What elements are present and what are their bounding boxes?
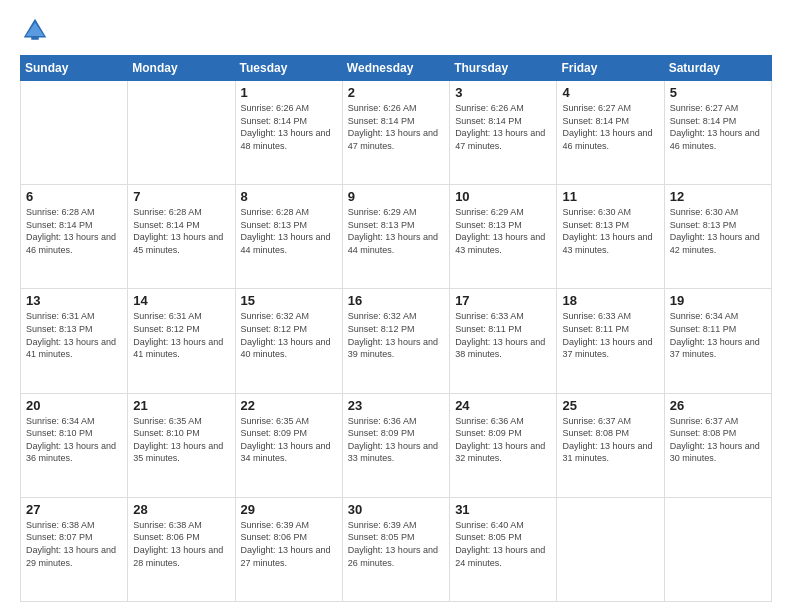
day-info: Sunrise: 6:35 AM Sunset: 8:10 PM Dayligh…	[133, 415, 229, 465]
day-number: 22	[241, 398, 337, 413]
day-info: Sunrise: 6:33 AM Sunset: 8:11 PM Dayligh…	[455, 310, 551, 360]
day-number: 5	[670, 85, 766, 100]
calendar-cell	[557, 497, 664, 601]
day-number: 13	[26, 293, 122, 308]
weekday-header: Thursday	[450, 56, 557, 81]
calendar-cell: 31Sunrise: 6:40 AM Sunset: 8:05 PM Dayli…	[450, 497, 557, 601]
day-info: Sunrise: 6:26 AM Sunset: 8:14 PM Dayligh…	[241, 102, 337, 152]
weekday-header: Monday	[128, 56, 235, 81]
calendar-cell: 14Sunrise: 6:31 AM Sunset: 8:12 PM Dayli…	[128, 289, 235, 393]
calendar-cell: 10Sunrise: 6:29 AM Sunset: 8:13 PM Dayli…	[450, 185, 557, 289]
weekday-header: Saturday	[664, 56, 771, 81]
day-info: Sunrise: 6:27 AM Sunset: 8:14 PM Dayligh…	[670, 102, 766, 152]
calendar-cell: 2Sunrise: 6:26 AM Sunset: 8:14 PM Daylig…	[342, 81, 449, 185]
calendar-cell: 5Sunrise: 6:27 AM Sunset: 8:14 PM Daylig…	[664, 81, 771, 185]
calendar-cell: 30Sunrise: 6:39 AM Sunset: 8:05 PM Dayli…	[342, 497, 449, 601]
calendar-body: 1Sunrise: 6:26 AM Sunset: 8:14 PM Daylig…	[21, 81, 772, 602]
calendar-cell	[21, 81, 128, 185]
day-number: 23	[348, 398, 444, 413]
calendar-cell	[128, 81, 235, 185]
weekday-header: Wednesday	[342, 56, 449, 81]
calendar-cell: 16Sunrise: 6:32 AM Sunset: 8:12 PM Dayli…	[342, 289, 449, 393]
day-number: 29	[241, 502, 337, 517]
day-info: Sunrise: 6:30 AM Sunset: 8:13 PM Dayligh…	[670, 206, 766, 256]
day-info: Sunrise: 6:39 AM Sunset: 8:05 PM Dayligh…	[348, 519, 444, 569]
day-number: 21	[133, 398, 229, 413]
day-number: 25	[562, 398, 658, 413]
calendar-cell: 28Sunrise: 6:38 AM Sunset: 8:06 PM Dayli…	[128, 497, 235, 601]
day-info: Sunrise: 6:26 AM Sunset: 8:14 PM Dayligh…	[348, 102, 444, 152]
day-number: 18	[562, 293, 658, 308]
header-row: SundayMondayTuesdayWednesdayThursdayFrid…	[21, 56, 772, 81]
day-number: 30	[348, 502, 444, 517]
day-info: Sunrise: 6:35 AM Sunset: 8:09 PM Dayligh…	[241, 415, 337, 465]
day-info: Sunrise: 6:26 AM Sunset: 8:14 PM Dayligh…	[455, 102, 551, 152]
calendar-week-row: 13Sunrise: 6:31 AM Sunset: 8:13 PM Dayli…	[21, 289, 772, 393]
day-number: 2	[348, 85, 444, 100]
day-number: 3	[455, 85, 551, 100]
day-info: Sunrise: 6:37 AM Sunset: 8:08 PM Dayligh…	[562, 415, 658, 465]
calendar-table: SundayMondayTuesdayWednesdayThursdayFrid…	[20, 55, 772, 602]
logo-icon	[20, 15, 50, 45]
day-number: 9	[348, 189, 444, 204]
day-info: Sunrise: 6:34 AM Sunset: 8:10 PM Dayligh…	[26, 415, 122, 465]
day-number: 14	[133, 293, 229, 308]
day-number: 15	[241, 293, 337, 308]
day-number: 20	[26, 398, 122, 413]
day-info: Sunrise: 6:28 AM Sunset: 8:14 PM Dayligh…	[133, 206, 229, 256]
day-number: 24	[455, 398, 551, 413]
day-number: 8	[241, 189, 337, 204]
calendar-cell: 1Sunrise: 6:26 AM Sunset: 8:14 PM Daylig…	[235, 81, 342, 185]
calendar-cell: 17Sunrise: 6:33 AM Sunset: 8:11 PM Dayli…	[450, 289, 557, 393]
weekday-header: Friday	[557, 56, 664, 81]
day-number: 27	[26, 502, 122, 517]
day-info: Sunrise: 6:32 AM Sunset: 8:12 PM Dayligh…	[241, 310, 337, 360]
calendar-week-row: 20Sunrise: 6:34 AM Sunset: 8:10 PM Dayli…	[21, 393, 772, 497]
calendar-header: SundayMondayTuesdayWednesdayThursdayFrid…	[21, 56, 772, 81]
calendar-cell: 29Sunrise: 6:39 AM Sunset: 8:06 PM Dayli…	[235, 497, 342, 601]
calendar-cell: 12Sunrise: 6:30 AM Sunset: 8:13 PM Dayli…	[664, 185, 771, 289]
calendar-page: SundayMondayTuesdayWednesdayThursdayFrid…	[0, 0, 792, 612]
calendar-cell: 18Sunrise: 6:33 AM Sunset: 8:11 PM Dayli…	[557, 289, 664, 393]
day-number: 4	[562, 85, 658, 100]
svg-rect-2	[31, 36, 39, 40]
day-info: Sunrise: 6:28 AM Sunset: 8:13 PM Dayligh…	[241, 206, 337, 256]
day-number: 10	[455, 189, 551, 204]
calendar-cell: 8Sunrise: 6:28 AM Sunset: 8:13 PM Daylig…	[235, 185, 342, 289]
calendar-cell: 24Sunrise: 6:36 AM Sunset: 8:09 PM Dayli…	[450, 393, 557, 497]
logo	[20, 15, 54, 45]
day-info: Sunrise: 6:29 AM Sunset: 8:13 PM Dayligh…	[455, 206, 551, 256]
calendar-cell: 20Sunrise: 6:34 AM Sunset: 8:10 PM Dayli…	[21, 393, 128, 497]
day-info: Sunrise: 6:40 AM Sunset: 8:05 PM Dayligh…	[455, 519, 551, 569]
calendar-cell: 21Sunrise: 6:35 AM Sunset: 8:10 PM Dayli…	[128, 393, 235, 497]
day-number: 17	[455, 293, 551, 308]
calendar-cell: 11Sunrise: 6:30 AM Sunset: 8:13 PM Dayli…	[557, 185, 664, 289]
calendar-cell: 4Sunrise: 6:27 AM Sunset: 8:14 PM Daylig…	[557, 81, 664, 185]
weekday-header: Sunday	[21, 56, 128, 81]
calendar-cell: 15Sunrise: 6:32 AM Sunset: 8:12 PM Dayli…	[235, 289, 342, 393]
day-info: Sunrise: 6:36 AM Sunset: 8:09 PM Dayligh…	[455, 415, 551, 465]
day-number: 26	[670, 398, 766, 413]
calendar-cell: 6Sunrise: 6:28 AM Sunset: 8:14 PM Daylig…	[21, 185, 128, 289]
day-info: Sunrise: 6:31 AM Sunset: 8:13 PM Dayligh…	[26, 310, 122, 360]
day-info: Sunrise: 6:37 AM Sunset: 8:08 PM Dayligh…	[670, 415, 766, 465]
weekday-header: Tuesday	[235, 56, 342, 81]
calendar-cell: 23Sunrise: 6:36 AM Sunset: 8:09 PM Dayli…	[342, 393, 449, 497]
day-number: 28	[133, 502, 229, 517]
calendar-week-row: 1Sunrise: 6:26 AM Sunset: 8:14 PM Daylig…	[21, 81, 772, 185]
day-number: 31	[455, 502, 551, 517]
day-info: Sunrise: 6:30 AM Sunset: 8:13 PM Dayligh…	[562, 206, 658, 256]
calendar-cell: 7Sunrise: 6:28 AM Sunset: 8:14 PM Daylig…	[128, 185, 235, 289]
day-info: Sunrise: 6:31 AM Sunset: 8:12 PM Dayligh…	[133, 310, 229, 360]
day-info: Sunrise: 6:32 AM Sunset: 8:12 PM Dayligh…	[348, 310, 444, 360]
calendar-cell: 26Sunrise: 6:37 AM Sunset: 8:08 PM Dayli…	[664, 393, 771, 497]
calendar-cell: 13Sunrise: 6:31 AM Sunset: 8:13 PM Dayli…	[21, 289, 128, 393]
day-number: 7	[133, 189, 229, 204]
calendar-cell: 19Sunrise: 6:34 AM Sunset: 8:11 PM Dayli…	[664, 289, 771, 393]
day-info: Sunrise: 6:33 AM Sunset: 8:11 PM Dayligh…	[562, 310, 658, 360]
calendar-cell: 22Sunrise: 6:35 AM Sunset: 8:09 PM Dayli…	[235, 393, 342, 497]
day-info: Sunrise: 6:39 AM Sunset: 8:06 PM Dayligh…	[241, 519, 337, 569]
day-number: 6	[26, 189, 122, 204]
day-number: 19	[670, 293, 766, 308]
day-info: Sunrise: 6:36 AM Sunset: 8:09 PM Dayligh…	[348, 415, 444, 465]
